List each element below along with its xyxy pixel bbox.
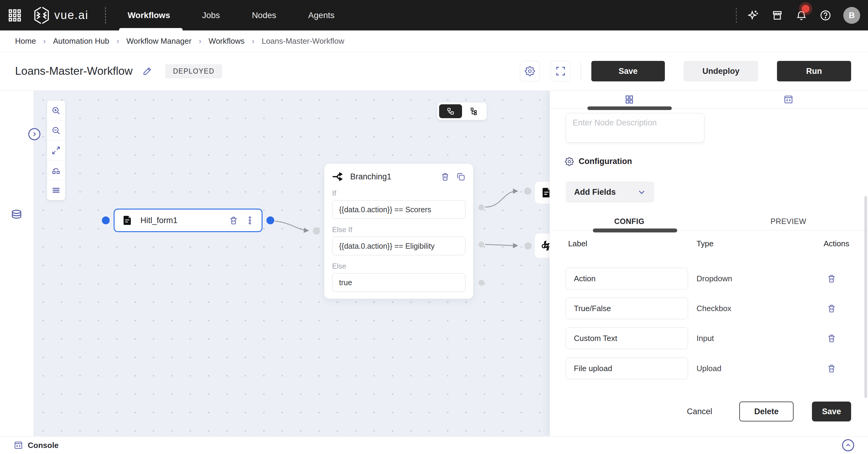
panel-scrollbar[interactable] <box>864 196 867 398</box>
branching-if-output-port[interactable] <box>478 204 484 210</box>
breadcrumb-separator: › <box>116 36 119 46</box>
column-header-type: Type <box>696 239 713 248</box>
canvas-view-toggle <box>437 102 487 120</box>
condition-label-elseif: Else If <box>332 225 465 234</box>
node-config-panel: Configuration Add Fields CONFIG PREVIEW … <box>550 91 868 436</box>
save-workflow-button[interactable]: Save <box>591 61 665 81</box>
nav-tab-nodes[interactable]: Nodes <box>252 0 276 30</box>
top-nav: vue.ai Workflows Jobs Nodes Agents <box>0 0 868 30</box>
notifications-bell-icon[interactable] <box>795 9 808 22</box>
tab-preview[interactable]: PREVIEW <box>709 213 868 230</box>
run-button[interactable]: Run <box>777 61 851 81</box>
breadcrumb-separator: › <box>198 36 201 46</box>
app-grid-icon[interactable] <box>8 8 22 22</box>
page-header: Loans-Master-Workflow DEPLOYED Save Unde… <box>0 52 868 91</box>
field-row-truefalse: True/False Checkbox <box>550 298 868 319</box>
delete-field-icon[interactable] <box>827 364 836 373</box>
delete-field-icon[interactable] <box>827 274 836 283</box>
panel-tab-form-layout[interactable] <box>550 91 709 108</box>
tree-view-icon <box>469 107 478 116</box>
flow-view-icon <box>446 107 455 116</box>
config-preview-tabs: CONFIG PREVIEW <box>550 213 868 231</box>
field-label-input[interactable]: Custom Text <box>566 327 688 349</box>
delete-field-icon[interactable] <box>827 304 836 313</box>
header-actions: Save Undeploy Run <box>520 61 851 81</box>
breadcrumb-separator: › <box>252 36 255 46</box>
rail-expand-button[interactable] <box>28 128 40 140</box>
user-avatar[interactable]: B <box>843 7 860 24</box>
python-node-input-port[interactable] <box>524 242 532 250</box>
console-icon <box>14 441 23 450</box>
breadcrumb-home[interactable]: Home <box>15 36 36 46</box>
branching-input-port[interactable] <box>313 227 320 235</box>
console-label: Console <box>28 441 59 450</box>
condition-label-else: Else <box>332 262 465 270</box>
nav-tab-jobs[interactable]: Jobs <box>202 0 220 30</box>
branching-else-output-port[interactable] <box>478 280 484 286</box>
nav-tab-workflows[interactable]: Workflows <box>127 0 170 30</box>
panel-footer: Cancel Delete Save <box>550 401 868 421</box>
workflow-settings-button[interactable] <box>520 61 540 81</box>
console-collapse-button[interactable] <box>842 439 854 451</box>
delete-node-icon[interactable] <box>441 172 450 181</box>
form-node-icon <box>122 215 133 226</box>
zoom-in-button[interactable] <box>47 101 65 121</box>
condition-input-elseif[interactable]: {{data.0.action}} == Eligibility <box>332 237 465 255</box>
fullscreen-button[interactable] <box>551 61 570 81</box>
ai-sparkle-icon[interactable] <box>747 9 760 22</box>
hitl-output-port[interactable] <box>267 216 274 224</box>
nav-right-divider <box>736 8 737 23</box>
nav-tab-agents[interactable]: Agents <box>308 0 335 30</box>
canvas-menu-button[interactable] <box>47 180 65 200</box>
breadcrumb-workflow-manager[interactable]: Workflow Manager <box>126 36 191 46</box>
code-window-icon <box>784 95 793 104</box>
cancel-button[interactable]: Cancel <box>687 401 712 421</box>
field-label-input[interactable]: True/False <box>566 298 688 319</box>
left-rail <box>0 91 34 436</box>
field-type-value: Dropdown <box>696 268 733 290</box>
breadcrumb-automation-hub[interactable]: Automation Hub <box>53 36 109 46</box>
form-node-input-port[interactable] <box>524 187 531 195</box>
tab-config[interactable]: CONFIG <box>550 213 709 230</box>
node-description-input[interactable] <box>566 113 704 143</box>
edit-title-icon[interactable] <box>142 66 153 76</box>
condition-input-else[interactable]: true <box>332 273 465 292</box>
vue-ai-logo-mark <box>33 7 50 24</box>
add-fields-dropdown[interactable]: Add Fields <box>566 181 654 203</box>
duplicate-node-icon[interactable] <box>456 172 465 181</box>
console-bar[interactable]: Console <box>0 436 868 454</box>
panel-tab-code-view[interactable] <box>709 91 868 108</box>
field-label-input[interactable]: Action <box>566 268 688 290</box>
condition-input-if[interactable]: {{data.0.action}} == Scorers <box>332 200 465 219</box>
delete-node-icon[interactable] <box>229 216 238 225</box>
configuration-section-header: Configuration <box>565 157 632 166</box>
field-label-input[interactable]: File upload <box>566 358 688 379</box>
field-type-value: Upload <box>696 358 721 379</box>
zoom-out-button[interactable] <box>47 121 65 141</box>
fit-view-button[interactable] <box>47 141 65 160</box>
node-label: Hitl_form1 <box>141 216 229 225</box>
flow-view-button[interactable] <box>439 104 462 118</box>
tree-view-button[interactable] <box>462 104 485 118</box>
delete-button[interactable]: Delete <box>739 401 794 421</box>
node-more-options-icon[interactable] <box>245 216 254 225</box>
node-branching1[interactable]: Branching1 If {{data.0.action}} == Score… <box>324 163 473 299</box>
column-header-label: Label <box>568 239 587 248</box>
condition-label-if: If <box>332 189 465 198</box>
breadcrumb-workflows[interactable]: Workflows <box>209 36 244 46</box>
fields-table-header: Label Type Actions <box>550 239 868 251</box>
save-button[interactable]: Save <box>812 401 851 421</box>
fullscreen-icon <box>555 66 566 76</box>
data-sources-icon[interactable] <box>10 209 23 221</box>
branching-elseif-output-port[interactable] <box>478 241 484 247</box>
auto-layout-button[interactable] <box>47 160 65 180</box>
status-badge: DEPLOYED <box>165 64 222 79</box>
hitl-input-port[interactable] <box>102 216 110 224</box>
help-icon[interactable] <box>819 9 832 22</box>
breadcrumb-current: Loans-Master-Workflow <box>261 36 344 46</box>
node-hitl-form1[interactable]: Hitl_form1 <box>114 209 262 232</box>
delete-field-icon[interactable] <box>827 334 836 343</box>
vue-ai-logo[interactable]: vue.ai <box>33 7 88 24</box>
marketplace-icon[interactable] <box>771 9 784 22</box>
undeploy-button[interactable]: Undeploy <box>684 61 758 81</box>
